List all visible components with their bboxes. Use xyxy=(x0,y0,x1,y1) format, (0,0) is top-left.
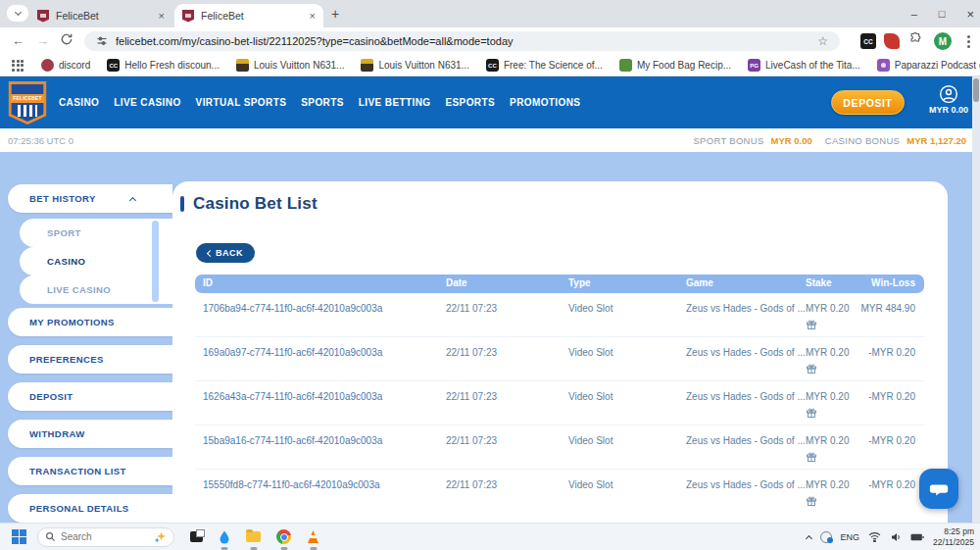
chrome-icon xyxy=(276,529,291,544)
bookmark-free-science[interactable]: CCFree: The Science of... xyxy=(486,59,603,72)
sidebar-item-withdraw[interactable]: WITHDRAW xyxy=(8,420,172,448)
nav-esports[interactable]: ESPORTS xyxy=(445,97,495,108)
sidebar-item-deposit[interactable]: DEPOSIT xyxy=(8,382,172,411)
sidebar-item-preferences[interactable]: PREFERENCES xyxy=(8,345,172,374)
sidebar-item-sport[interactable]: SPORT xyxy=(20,219,172,247)
bet-id: 1706ba94-c774-11f0-ac6f-42010a9c003a xyxy=(203,303,382,314)
bet-win-loss: MYR 484.90 xyxy=(832,303,915,314)
start-button[interactable] xyxy=(12,529,26,544)
bet-type: Video Slot xyxy=(568,347,612,358)
wifi-icon[interactable] xyxy=(868,531,881,542)
user-icon xyxy=(939,84,958,104)
tray-clock[interactable]: 8:25 pm 22/11/2025 xyxy=(933,526,974,547)
tab-search-button[interactable] xyxy=(7,5,28,22)
bet-id: 1626a43a-c774-11f0-ac6f-42010a9c003a xyxy=(203,391,382,402)
live-chat-button[interactable] xyxy=(919,469,958,509)
bet-date: 22/11 07:23 xyxy=(446,479,497,490)
bookmark-my-food-bag[interactable]: My Food Bag Recip... xyxy=(619,59,731,72)
tray-chevron-up[interactable] xyxy=(807,533,811,541)
bookmark-star-icon[interactable]: ☆ xyxy=(817,34,828,48)
nav-casino[interactable]: CASINO xyxy=(59,97,99,108)
bet-type: Video Slot xyxy=(568,391,612,402)
extension-honey-icon[interactable] xyxy=(884,33,900,49)
taskbar-search[interactable] xyxy=(37,527,174,547)
sidebar-item-my-promotions[interactable]: MY PROMOTIONS xyxy=(8,308,172,336)
forward-icon[interactable]: → xyxy=(36,33,49,48)
browser-tab-2-active[interactable]: FeliceBet × xyxy=(174,4,323,27)
refresh-icon[interactable] xyxy=(60,32,74,49)
bet-game: Zeus vs Hades - Gods of ... xyxy=(686,435,806,446)
bookmark-paparazzi[interactable]: Paparazzi Podcast o... xyxy=(877,59,980,72)
tab-close-icon[interactable]: × xyxy=(300,10,316,22)
gift-icon xyxy=(806,405,817,423)
taskbar-file-explorer[interactable] xyxy=(246,524,261,550)
clock-date: 22/11/2025 xyxy=(933,537,974,548)
water-drop-icon xyxy=(219,529,230,544)
table-row: 1706ba94-c774-11f0-ac6f-42010a9c003a 22/… xyxy=(195,293,924,337)
deposit-button[interactable]: DEPOSIT xyxy=(831,90,905,115)
nav-virtual-sports[interactable]: VIRTUAL SPORTS xyxy=(196,97,287,108)
pg-favicon: PG xyxy=(748,59,760,72)
bookmark-livecash[interactable]: PGLiveCash of the Tita... xyxy=(748,59,860,72)
tab-close-icon[interactable]: × xyxy=(149,10,165,22)
sidebar-item-transaction-list[interactable]: TRANSACTION LIST xyxy=(8,457,172,485)
browser-tab-1[interactable]: FeliceBet × xyxy=(29,4,172,27)
nav-live-betting[interactable]: LIVE BETTING xyxy=(359,97,431,108)
bookmark-louis-vuitton-2[interactable]: Louis Vuitton N631... xyxy=(361,59,468,72)
suitcase-favicon xyxy=(361,59,373,72)
minimize-button[interactable]: – xyxy=(911,8,917,20)
bet-date: 22/11 07:23 xyxy=(446,391,497,402)
task-view-icon xyxy=(190,531,203,542)
battery-icon[interactable] xyxy=(910,532,924,542)
bookmark-discord[interactable]: discord xyxy=(41,59,90,72)
maximize-button[interactable]: □ xyxy=(939,8,946,20)
volume-icon[interactable] xyxy=(890,531,902,543)
bookmark-louis-vuitton-1[interactable]: Louis Vuitton N631... xyxy=(236,59,344,72)
url-text[interactable]: felicebet.com/my/casino-bet-list/2211202… xyxy=(116,35,514,47)
nav-live-casino[interactable]: LIVE CASINO xyxy=(114,97,180,108)
sidebar-item-live-casino[interactable]: LIVE CASINO xyxy=(20,275,172,304)
nav-promotions[interactable]: PROMOTIONS xyxy=(510,97,580,108)
bet-date: 22/11 07:23 xyxy=(446,347,497,358)
nav-sports[interactable]: SPORTS xyxy=(301,97,344,108)
gift-icon xyxy=(806,317,817,334)
sidebar-item-bet-history[interactable]: BET HISTORY xyxy=(8,184,172,213)
page-scrollbar[interactable] xyxy=(972,76,980,523)
tray-sync-icon[interactable] xyxy=(820,531,832,543)
col-date: Date xyxy=(446,277,467,288)
sidebar-item-personal-details[interactable]: PERSONAL DETAILS xyxy=(8,494,172,523)
bet-table: ID Date Type Game Stake Win-Loss 1706ba9… xyxy=(195,275,924,514)
bookmark-hellofresh[interactable]: CCHello Fresh discoun... xyxy=(107,59,220,72)
bet-type: Video Slot xyxy=(568,435,612,446)
bet-win-loss: -MYR 0.20 xyxy=(832,347,915,358)
sidebar-item-casino[interactable]: CASINO xyxy=(20,247,172,275)
profile-avatar[interactable]: M xyxy=(934,32,952,50)
utc-time: 07:25:36 UTC 0 xyxy=(8,135,74,146)
tray-language[interactable]: ENG xyxy=(841,532,860,542)
apps-grid-icon[interactable] xyxy=(12,60,24,72)
felicebet-logo[interactable]: FELICEBET xyxy=(8,81,47,125)
new-tab-button[interactable]: + xyxy=(331,6,339,22)
back-button[interactable]: BACK xyxy=(196,243,255,263)
account-widget[interactable]: MYR 0.00 xyxy=(929,84,968,115)
sport-bonus-label: SPORT BONUS xyxy=(693,135,763,146)
browser-address-bar: ← → felicebet.com/my/casino-bet-list/221… xyxy=(0,27,980,55)
scrollbar-thumb[interactable] xyxy=(973,78,979,102)
extensions-puzzle-icon[interactable] xyxy=(908,31,924,47)
task-view-button[interactable] xyxy=(190,524,203,550)
taskbar-app-drop[interactable] xyxy=(219,524,230,550)
casino-bonus-label: CASINO BONUS xyxy=(825,135,900,146)
url-bar[interactable]: felicebet.com/my/casino-bet-list/2211202… xyxy=(84,31,840,51)
discord-favicon xyxy=(41,59,54,72)
purple-favicon xyxy=(877,59,890,72)
extension-cc-icon[interactable]: CC xyxy=(860,33,876,49)
site-controls-icon[interactable] xyxy=(96,35,108,47)
search-input[interactable] xyxy=(61,531,139,542)
close-button[interactable]: × xyxy=(966,7,974,22)
page-body: BET HISTORY SPORT CASINO LIVE CASINO MY … xyxy=(0,152,980,523)
browser-menu-icon[interactable] xyxy=(967,35,970,48)
taskbar-vlc[interactable] xyxy=(307,524,319,550)
taskbar-chrome[interactable] xyxy=(276,524,291,550)
back-icon[interactable]: ← xyxy=(12,33,24,48)
col-type: Type xyxy=(568,277,591,288)
